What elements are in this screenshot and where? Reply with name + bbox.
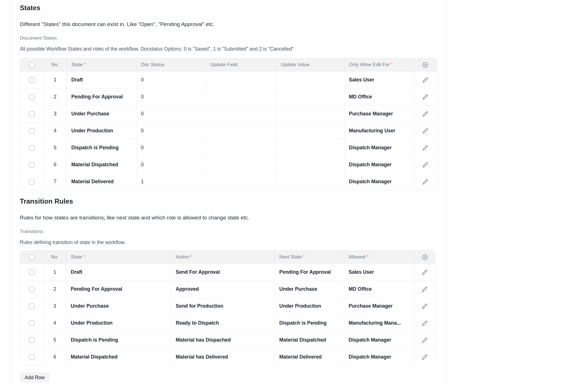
edit-row-button[interactable] [421,319,429,327]
only-allow-edit-for-cell[interactable]: Dispatch Manager [344,139,413,156]
edit-row-button[interactable] [421,161,429,169]
row-checkbox[interactable] [29,111,35,117]
doc-status-cell[interactable]: 0 [136,122,205,139]
select-all-checkbox[interactable] [29,62,35,68]
next-state-cell[interactable]: Under Production [274,297,344,314]
state-cell[interactable]: Pending For Approval [66,281,171,297]
update-value-cell[interactable] [276,173,344,190]
action-cell[interactable]: Ready to Dispatch [171,314,274,331]
next-state-cell[interactable]: Material Dispatched [274,331,344,348]
update-field-cell[interactable] [205,88,276,105]
edit-row-button[interactable] [421,127,429,135]
update-value-cell[interactable] [276,71,344,88]
row-checkbox[interactable] [29,337,35,343]
row-checkbox[interactable] [29,303,35,309]
next-state-cell[interactable]: Material Delivered [274,348,344,365]
update-field-cell[interactable] [205,173,276,190]
row-checkbox[interactable] [29,77,35,83]
pencil-icon [422,94,428,100]
row-checkbox[interactable] [29,145,35,151]
states-section-description: Different "States" this document can exi… [20,21,439,27]
edit-row-button[interactable] [421,302,429,310]
edit-row-button[interactable] [421,110,429,118]
state-cell[interactable]: Under Production [66,122,136,139]
edit-row-button[interactable] [421,144,429,152]
row-checkbox[interactable] [29,286,35,292]
action-cell[interactable]: Material has Delivered [171,348,274,365]
action-cell[interactable]: Approved [171,281,274,297]
state-cell[interactable]: Under Production [66,314,171,331]
edit-row-button[interactable] [421,76,429,84]
only-allow-edit-for-cell[interactable]: MD Office [344,88,413,105]
only-allow-edit-for-cell[interactable]: Dispatch Manager [344,156,413,173]
doc-status-cell[interactable]: 0 [136,88,205,105]
doc-status-cell[interactable]: 1 [136,173,205,190]
transitions-description: Rules defining transition of state in th… [20,240,439,245]
update-value-cell[interactable] [276,156,344,173]
update-field-cell[interactable] [205,71,276,88]
allowed-cell[interactable]: Manufacturing Mana... [344,314,414,331]
allowed-cell[interactable]: Sales User [344,264,414,281]
state-cell[interactable]: Dispatch is Pending [66,139,136,156]
state-cell[interactable]: Under Purchase [66,297,171,314]
allowed-cell[interactable]: MD Office [344,281,414,297]
doc-status-cell[interactable]: 0 [136,139,205,156]
action-cell[interactable]: Material has Dispached [171,331,274,348]
state-cell[interactable]: Pending For Approval [66,88,136,105]
doc-status-cell[interactable]: 0 [136,156,205,173]
column-header-only-allow-edit-for: Only Allow Edit For* [344,58,413,71]
required-marker: * [391,62,393,67]
edit-row-button[interactable] [421,285,429,293]
edit-row-button[interactable] [421,268,429,276]
edit-row-button[interactable] [421,178,429,186]
update-field-cell[interactable] [205,105,276,122]
state-cell[interactable]: Draft [66,71,136,88]
document-states-label: Document States [20,35,439,41]
update-value-cell[interactable] [276,105,344,122]
update-field-cell[interactable] [205,122,276,139]
edit-row-button[interactable] [421,353,429,361]
allowed-cell[interactable]: Dispatch Manager [344,331,414,348]
action-cell[interactable]: Send for Production [171,297,274,314]
add-row-button[interactable]: Add Row [20,372,50,383]
next-state-cell[interactable]: Dispatch is Pending [274,314,344,331]
only-allow-edit-for-cell[interactable]: Manufacturing User [344,122,413,139]
grid-settings-button[interactable] [421,61,429,69]
action-cell[interactable]: Send For Approval [171,264,274,281]
state-cell[interactable]: Material Delivered [66,173,136,190]
edit-row-button[interactable] [421,93,429,101]
row-checkbox[interactable] [29,354,35,360]
state-cell[interactable]: Dispatch is Pending [66,331,171,348]
state-cell[interactable]: Material Dispatched [66,348,171,365]
update-value-cell[interactable] [276,139,344,156]
allowed-cell[interactable]: Purchase Manager [344,297,414,314]
update-value-cell[interactable] [276,122,344,139]
update-value-cell[interactable] [276,88,344,105]
only-allow-edit-for-cell[interactable]: Sales User [344,71,413,88]
update-field-cell[interactable] [205,139,276,156]
row-checkbox[interactable] [29,128,35,134]
next-state-cell[interactable]: Pending For Approval [274,264,344,281]
edit-row-button[interactable] [421,336,429,344]
only-allow-edit-for-cell[interactable]: Dispatch Manager [344,173,413,190]
row-checkbox[interactable] [29,162,35,168]
row-checkbox[interactable] [29,269,35,275]
update-field-cell[interactable] [205,156,276,173]
grid-header-row: No. State* Doc Status Update Field Updat… [20,58,437,71]
doc-status-cell[interactable]: 0 [136,105,205,122]
doc-status-cell[interactable]: 0 [136,71,205,88]
allowed-cell[interactable]: Dispatch Manager [344,348,414,365]
row-number-cell: 3 [43,297,66,314]
state-cell[interactable]: Under Purchase [66,105,136,122]
state-cell[interactable]: Draft [66,264,171,281]
only-allow-edit-for-cell[interactable]: Purchase Manager [344,105,413,122]
row-number-cell: 6 [43,156,66,173]
select-all-checkbox[interactable] [29,254,35,260]
next-state-cell[interactable]: Under Purchase [274,281,344,297]
column-header-doc-status: Doc Status [136,58,205,71]
row-checkbox[interactable] [29,179,35,185]
grid-settings-button[interactable] [421,253,429,261]
state-cell[interactable]: Material Dispatched [66,156,136,173]
row-checkbox[interactable] [29,94,35,100]
row-checkbox[interactable] [29,320,35,326]
